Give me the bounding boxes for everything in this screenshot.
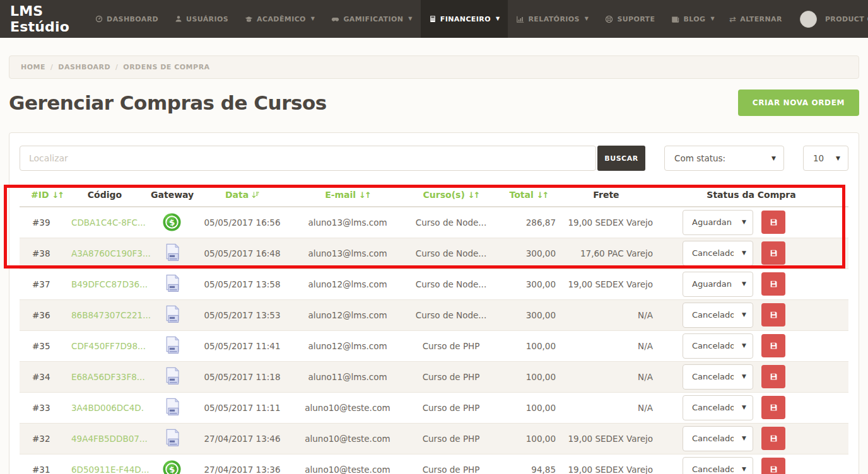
order-course: Curso de Node... [403,269,499,299]
table-row: #32 49A4FB5DDB07... $ 27/04/2017 1 [20,423,848,454]
order-course: Curso de PHP [403,454,499,474]
status-value: Cancelado [692,403,734,412]
top-navbar: LMS Estúdio DASHBOARD USUÁRIOS ACADÊMICO… [0,0,868,38]
order-id: #33 [20,392,59,423]
status-select[interactable]: Aguardan ▼ [683,272,753,297]
order-code-link[interactable]: B49DFCC87D36... [71,279,148,289]
search-input[interactable] [20,146,596,171]
page-size-select[interactable]: 10 ▼ [803,146,848,171]
save-status-button[interactable] [761,396,785,419]
app-logo[interactable]: LMS Estúdio [0,0,87,38]
col-header-data[interactable]: Data [192,186,292,207]
boleto-gateway-icon [161,274,182,294]
order-email: aluno10@teste.com [292,423,403,454]
save-status-button[interactable] [761,211,785,234]
status-select[interactable]: Cancelado ▼ [683,426,753,451]
orders-table: #ID ↓↑ Código Gateway Data E-mail ↓↑ Cur… [20,186,848,474]
chevron-down-icon: ▼ [742,343,746,349]
user-menu[interactable]: PRODUCT OWNER ▼ [794,11,868,28]
order-code-link[interactable]: 3A4BD006DC4D. [71,403,144,413]
floppy-disk-icon [770,342,778,350]
sort-icon: ↓↑ [52,190,63,200]
navbar-right: ⇄ ALTERNAR PRODUCT OWNER ▼ [723,0,868,38]
nav-item-blog[interactable]: BLOG ▼ [663,0,723,38]
status-select[interactable]: Cancelado ▼ [683,303,753,328]
boleto-gateway-icon [161,397,182,418]
save-status-button[interactable] [761,272,785,296]
order-code-link[interactable]: 49A4FB5DDB07... [71,434,148,444]
table-row: #34 E68A56DF33F8... $ 05/05/2017 1 [20,361,848,392]
alternar-button[interactable]: ⇄ ALTERNAR [723,14,789,24]
breadcrumb: HOME/DASHBOARD/ORDENS DE COMPRA [9,55,859,79]
order-code-link[interactable]: CDBA1C4C-8FC... [71,217,146,228]
gateway-icon: $ [161,243,182,263]
avatar [800,11,817,28]
order-date: 05/05/2017 13:53 [192,299,292,330]
title-row: Gerenciar Compras de Cursos CRIAR NOVA O… [9,90,859,116]
table-row: #31 6D50911E-F44D... $ 27/04/2017 [20,454,848,474]
breadcrumb-home[interactable]: HOME [21,63,45,71]
filters-row: BUSCAR Com status: ▼ 10 ▼ [20,146,848,171]
floppy-disk-icon [770,434,778,442]
status-select[interactable]: Cancelado ▼ [683,364,753,390]
col-header-id[interactable]: #ID ↓↑ [20,186,59,207]
save-status-button[interactable] [761,458,785,474]
breadcrumb-dashboard[interactable]: DASHBOARD [58,63,110,71]
chevron-down-icon: ▼ [585,16,589,21]
status-select[interactable]: Cancelado ▼ [683,333,753,359]
gateway-icon: $ [161,397,182,418]
order-date: 05/05/2017 11:41 [192,330,292,361]
status-value: Cancelado [692,310,734,320]
order-code-link[interactable]: 6D50911E-F44D... [71,465,150,474]
order-id: #35 [20,330,59,361]
search-button[interactable]: BUSCAR [597,146,645,171]
order-id: #37 [20,269,59,299]
status-select[interactable]: Cancelado ▼ [683,395,753,420]
nav-item-academico[interactable]: ACADÊMICO ▼ [237,0,323,38]
status-value: Cancelado [692,465,734,474]
order-code-link[interactable]: 86B847307C221... [71,310,151,320]
nav-item-financeiro[interactable]: FINANCEIRO ▼ [421,0,508,38]
chevron-down-icon: ▼ [710,16,715,21]
col-header-cursos[interactable]: Curso(s) ↓↑ [403,186,499,207]
chevron-down-icon: ▼ [742,312,746,318]
save-status-button[interactable] [761,303,785,327]
breadcrumb-current: ORDENS DE COMPRA [123,63,209,71]
col-header-gateway: Gateway [151,186,192,207]
create-order-button[interactable]: CRIAR NOVA ORDEM [738,90,859,116]
order-code-link[interactable]: E68A56DF33F8... [71,372,145,382]
floppy-disk-icon [770,280,778,288]
order-code-link[interactable]: A3A8760C190F3... [71,248,151,258]
order-id: #34 [20,361,59,392]
status-select[interactable]: Cancelado ▼ [683,241,753,266]
order-email: aluno13@lms.com [292,207,403,238]
gateway-icon: $ [161,335,182,356]
status-select[interactable]: Cancelado ▼ [683,457,753,474]
col-header-total[interactable]: Total ↓↑ [499,186,558,207]
status-value: Cancelado [692,434,734,443]
save-status-button[interactable] [761,427,785,450]
col-header-email[interactable]: E-mail ↓↑ [292,186,403,207]
order-date: 27/04/2017 13:46 [192,423,292,454]
status-select[interactable]: Aguardan ▼ [683,210,753,235]
sort-icon: ↓↑ [359,190,370,200]
nav-item-suporte[interactable]: SUPORTE [597,0,663,38]
order-email: aluno10@teste.com [292,392,403,423]
nav-item-usuarios[interactable]: USUÁRIOS [167,0,237,38]
order-total: 300,00 [499,238,558,269]
order-code-link[interactable]: CDF450FF7D98... [71,341,146,351]
order-email: aluno12@lms.com [292,299,403,330]
save-status-button[interactable] [761,241,785,265]
nav-item-dashboard[interactable]: DASHBOARD [87,0,167,38]
save-status-button[interactable] [761,365,785,388]
order-date: 05/05/2017 11:18 [192,361,292,392]
status-filter-select[interactable]: Com status: ▼ [664,146,784,171]
floppy-disk-icon [770,403,778,412]
boleto-gateway-icon [161,243,182,263]
nav-item-gamification[interactable]: GAMIFICATION ▼ [323,0,420,38]
main-nav: DASHBOARD USUÁRIOS ACADÊMICO ▼ GAMIFICAT… [87,0,723,38]
order-course: Curso de PHP [403,423,499,454]
save-status-button[interactable] [761,334,785,357]
nav-item-relatorios[interactable]: RELATÓRIOS ▼ [508,0,597,38]
chevron-down-icon: ▼ [742,281,746,287]
